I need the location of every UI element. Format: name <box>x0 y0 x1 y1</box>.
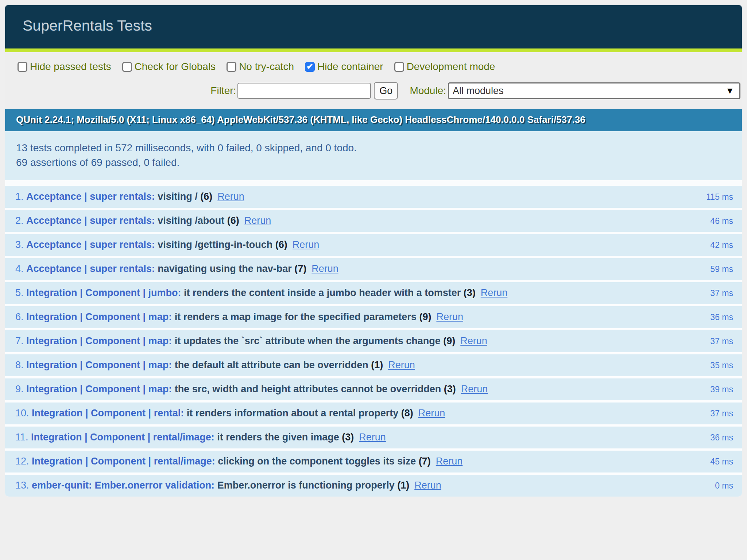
rerun-link[interactable]: Rerun <box>460 335 487 346</box>
check-icon: ✔ <box>306 63 313 71</box>
test-name: it renders a map image for the specified… <box>175 311 419 322</box>
rerun-link[interactable]: Rerun <box>418 408 445 419</box>
test-runtime: 42 ms <box>710 240 733 250</box>
test-name: clicking on the component toggles its si… <box>218 456 419 467</box>
test-name: it updates the `src` attribute when the … <box>175 335 444 346</box>
rerun-link[interactable]: Rerun <box>481 287 508 298</box>
checkbox-box-icon[interactable] <box>394 62 404 72</box>
test-row: 37 ms5. Integration | Component | jumbo:… <box>5 282 742 306</box>
test-runtime: 115 ms <box>706 192 733 202</box>
test-runtime: 0 ms <box>715 481 733 491</box>
test-name: it renders information about a rental pr… <box>187 408 401 419</box>
module-select[interactable]: All modules ▼ <box>448 82 740 99</box>
test-row: 42 ms3. Acceptance | super rentals: visi… <box>5 234 742 258</box>
test-runtime: 36 ms <box>710 312 733 322</box>
test-row: 59 ms4. Acceptance | super rentals: navi… <box>5 258 742 282</box>
test-number: 8. <box>15 359 26 370</box>
chevron-down-icon: ▼ <box>725 86 734 96</box>
checkbox-box-icon[interactable]: ✔ <box>305 62 315 72</box>
test-row: 46 ms2. Acceptance | super rentals: visi… <box>5 210 742 234</box>
test-runtime: 35 ms <box>710 361 733 370</box>
checkbox-box-icon[interactable] <box>122 62 132 72</box>
assert-count: (3) <box>342 432 354 443</box>
test-name: visiting /getting-in-touch <box>158 239 275 250</box>
test-runtime: 36 ms <box>710 433 733 443</box>
test-number: 12. <box>15 456 32 467</box>
module-name: ember-qunit: Ember.onerror validation: <box>32 480 217 491</box>
rerun-link[interactable]: Rerun <box>217 191 244 202</box>
module-name: Integration | Component | map: <box>26 335 175 346</box>
pass-status-banner <box>5 48 742 52</box>
test-row: 35 ms8. Integration | Component | map: t… <box>5 354 742 378</box>
test-name: the src, width and height attributes can… <box>175 384 444 394</box>
checkbox-box-icon[interactable] <box>18 62 27 72</box>
page-title: SuperRentals Tests <box>23 18 724 33</box>
rerun-link[interactable]: Rerun <box>293 239 320 250</box>
test-name: visiting / <box>158 191 200 202</box>
checkbox-label: Hide passed tests <box>30 61 111 73</box>
checkbox-development-mode[interactable]: Development mode <box>394 61 495 73</box>
rerun-link[interactable]: Rerun <box>461 384 488 394</box>
module-name: Integration | Component | map: <box>26 311 175 322</box>
assert-count: (7) <box>419 456 431 467</box>
go-button[interactable]: Go <box>374 82 398 100</box>
checkbox-label: No try-catch <box>239 61 294 73</box>
module-name: Acceptance | super rentals: <box>26 191 158 202</box>
checkbox-label: Development mode <box>407 61 495 73</box>
test-number: 11. <box>15 432 31 443</box>
test-runtime: 46 ms <box>710 216 733 226</box>
test-number: 4. <box>15 263 26 274</box>
test-row: 36 ms11. Integration | Component | renta… <box>5 427 742 451</box>
test-name: Ember.onerror is functioning properly <box>217 480 398 491</box>
test-number: 3. <box>15 239 26 250</box>
test-row: 115 ms1. Acceptance | super rentals: vis… <box>5 186 742 210</box>
test-summary-line1: 13 tests completed in 572 milliseconds, … <box>16 141 731 155</box>
rerun-link[interactable]: Rerun <box>414 480 441 491</box>
checkbox-check-for-globals[interactable]: Check for Globals <box>122 61 216 73</box>
test-number: 2. <box>15 215 26 226</box>
checkbox-no-try-catch[interactable]: No try-catch <box>227 61 294 73</box>
checkbox-box-icon[interactable] <box>227 62 236 72</box>
useragent-bar: QUnit 2.24.1; Mozilla/5.0 (X11; Linux x8… <box>5 109 742 131</box>
test-name: it renders the content inside a jumbo he… <box>184 287 464 298</box>
test-runtime: 59 ms <box>710 264 733 274</box>
toolbar: Hide passed testsCheck for GlobalsNo try… <box>5 52 742 109</box>
test-row: 37 ms7. Integration | Component | map: i… <box>5 330 742 354</box>
test-name: navigating using the nav-bar <box>158 263 294 274</box>
filter-row: Filter: Go Module: All modules ▼ <box>18 82 740 100</box>
checkbox-row: Hide passed testsCheck for GlobalsNo try… <box>18 61 740 73</box>
rerun-link[interactable]: Rerun <box>388 359 415 370</box>
rerun-link[interactable]: Rerun <box>359 432 386 443</box>
rerun-link[interactable]: Rerun <box>311 263 338 274</box>
assert-count: (9) <box>443 335 455 346</box>
test-summary: 13 tests completed in 572 milliseconds, … <box>5 131 742 180</box>
test-row: 36 ms6. Integration | Component | map: i… <box>5 306 742 330</box>
filter-label: Filter: <box>210 85 236 97</box>
test-list: 115 ms1. Acceptance | super rentals: vis… <box>5 186 742 497</box>
rerun-link[interactable]: Rerun <box>244 215 271 226</box>
assert-count: (9) <box>419 311 431 322</box>
test-summary-line2: 69 assertions of 69 passed, 0 failed. <box>16 155 731 170</box>
header: SuperRentals Tests <box>5 5 742 48</box>
test-number: 1. <box>15 191 26 202</box>
rerun-link[interactable]: Rerun <box>436 311 463 322</box>
filter-input[interactable] <box>237 83 371 99</box>
checkbox-hide-passed-tests[interactable]: Hide passed tests <box>18 61 111 73</box>
test-runtime: 37 ms <box>710 337 733 346</box>
module-selected-value: All modules <box>453 85 504 97</box>
module-name: Acceptance | super rentals: <box>26 239 158 250</box>
test-name: visiting /about <box>158 215 227 226</box>
assert-count: (1) <box>397 480 409 491</box>
checkbox-hide-container[interactable]: ✔Hide container <box>305 61 383 73</box>
test-number: 5. <box>15 287 26 298</box>
test-number: 7. <box>15 335 26 346</box>
module-name: Integration | Component | map: <box>26 384 175 394</box>
module-name: Acceptance | super rentals: <box>26 263 158 274</box>
test-name: it renders the given image <box>217 432 342 443</box>
test-number: 13. <box>15 480 32 491</box>
rerun-link[interactable]: Rerun <box>436 456 463 467</box>
checkbox-label: Check for Globals <box>135 61 216 73</box>
module-name: Integration | Component | map: <box>26 359 175 370</box>
test-row: 37 ms10. Integration | Component | renta… <box>5 402 742 427</box>
test-runtime: 39 ms <box>710 385 733 394</box>
